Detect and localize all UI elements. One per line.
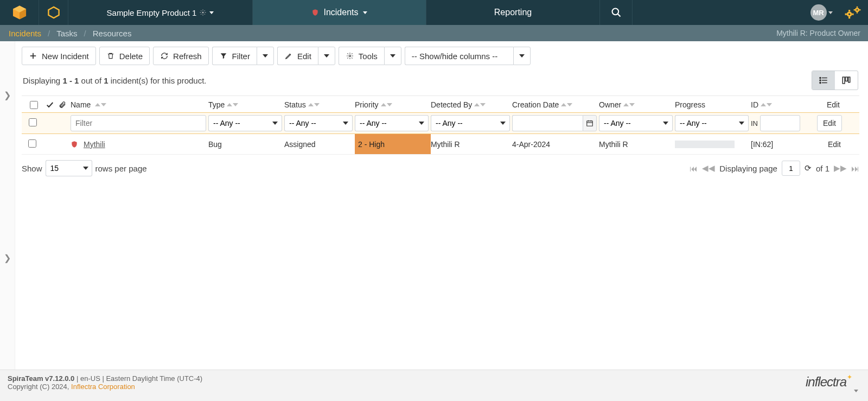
filter-select-checkbox[interactable] (29, 118, 37, 126)
board-view-button[interactable] (835, 71, 858, 90)
tab-resources[interactable]: Resources (90, 29, 135, 38)
workspace-icon[interactable] (39, 0, 68, 25)
svg-rect-28 (843, 77, 845, 84)
side-panel-handle[interactable]: ❯ ❯ (0, 41, 15, 370)
svg-rect-17 (854, 9, 855, 10)
chevron-down-icon[interactable] (496, 115, 510, 131)
tab-tasks[interactable]: Tasks (53, 29, 80, 38)
filter-owner-select[interactable] (599, 115, 659, 131)
cell-owner: Mythili R (599, 140, 675, 149)
chevron-down-icon[interactable] (415, 115, 429, 131)
app-logo[interactable] (0, 0, 39, 25)
col-priority[interactable]: Priority (355, 100, 379, 109)
svg-point-25 (820, 77, 821, 78)
chevron-down-icon[interactable] (269, 115, 282, 131)
new-incident-button[interactable]: New Incident (22, 47, 96, 65)
edit-dropdown[interactable] (318, 47, 335, 65)
svg-rect-16 (857, 12, 858, 13)
nav-reporting-label: Reporting (494, 8, 532, 17)
filter-apply-button[interactable]: Edit (817, 115, 842, 131)
shield-icon (71, 141, 78, 148)
view-toggle (812, 71, 858, 90)
row-edit-button[interactable]: Edit (814, 140, 844, 149)
cell-status: Assigned (284, 140, 355, 149)
attachment-icon (59, 100, 66, 109)
refresh-button[interactable]: Refresh (153, 47, 209, 65)
filter-name-input[interactable] (71, 115, 206, 131)
row-select-checkbox[interactable] (28, 139, 36, 148)
sort-icon[interactable] (308, 103, 320, 106)
prev-page-button[interactable]: ◀◀ (702, 163, 715, 173)
chevron-right-icon: ❯ (4, 90, 11, 100)
board-icon (841, 75, 851, 85)
col-name[interactable]: Name (71, 100, 91, 109)
col-detected-by[interactable]: Detected By (431, 100, 472, 109)
filter-progress-select[interactable] (675, 115, 735, 131)
user-role-label: Mythili R: Product Owner (776, 29, 863, 37)
svg-rect-9 (848, 10, 850, 11)
tools-dropdown[interactable] (384, 47, 401, 65)
sub-nav: Incidents / Tasks / Resources Mythili R:… (0, 25, 868, 41)
svg-rect-31 (587, 121, 593, 126)
avatar: MR (810, 4, 827, 21)
filter-type-select[interactable] (208, 115, 269, 131)
sort-icon[interactable] (381, 103, 392, 106)
svg-point-27 (820, 82, 821, 83)
tab-incidents[interactable]: Incidents (5, 29, 44, 38)
product-selector[interactable]: Sample Empty Product 1 (68, 0, 253, 25)
chevron-down-icon[interactable] (735, 115, 749, 131)
chevron-down-icon[interactable] (659, 115, 673, 131)
global-search[interactable] (600, 0, 633, 25)
col-creation-date[interactable]: Creation Date (512, 100, 559, 109)
page-number-input[interactable] (782, 161, 800, 176)
filter-button[interactable]: Filter (212, 47, 257, 65)
svg-marker-3 (48, 7, 59, 18)
last-page-button[interactable]: ⏭ (851, 164, 859, 173)
admin-settings[interactable] (838, 0, 868, 25)
table-row: Mythili Bug Assigned 2 - High Mythili R … (22, 134, 859, 155)
hex-solid-icon (12, 5, 27, 20)
col-status[interactable]: Status (284, 100, 306, 109)
chevron-down-icon[interactable] (80, 160, 92, 176)
col-id[interactable]: ID (751, 100, 758, 109)
filter-priority-select[interactable] (355, 115, 415, 131)
edit-button[interactable]: Edit (277, 47, 318, 65)
page-size-select[interactable] (46, 160, 80, 176)
tools-button-group: Tools (339, 47, 401, 65)
nav-incidents[interactable]: Incidents (253, 0, 426, 25)
refresh-page-button[interactable]: ⟳ (805, 163, 812, 173)
calendar-icon[interactable] (583, 115, 597, 131)
select-all-checkbox[interactable] (30, 101, 38, 109)
nav-reporting[interactable]: Reporting (426, 0, 600, 25)
sort-icon[interactable] (623, 103, 635, 106)
filter-id-input[interactable] (760, 115, 800, 131)
toolbar: New Incident Delete Refresh Filter Edit (22, 47, 859, 65)
filter-dropdown[interactable] (257, 47, 274, 65)
sort-icon[interactable] (761, 103, 772, 106)
sort-icon[interactable] (95, 103, 106, 106)
pencil-icon (284, 52, 293, 60)
columns-dropdown[interactable] (513, 47, 531, 65)
user-menu[interactable]: MR (805, 0, 838, 25)
filter-creation-date-input[interactable] (512, 115, 583, 131)
next-page-button[interactable]: ▶▶ (834, 163, 847, 173)
col-owner[interactable]: Owner (599, 100, 621, 109)
chevron-down-icon (263, 54, 268, 58)
filter-status-select[interactable] (284, 115, 339, 131)
svg-point-4 (202, 12, 204, 14)
incident-name-link[interactable]: Mythili (84, 140, 105, 149)
col-type[interactable]: Type (208, 100, 225, 109)
sort-icon[interactable] (474, 103, 486, 106)
tools-button[interactable]: Tools (339, 47, 384, 65)
delete-button[interactable]: Delete (99, 47, 150, 65)
filter-detected-by-select[interactable] (431, 115, 496, 131)
show-hide-columns[interactable]: -- Show/hide columns -- (405, 47, 513, 65)
list-view-button[interactable] (812, 71, 835, 90)
filter-button-group: Filter (212, 47, 274, 65)
sort-icon[interactable] (561, 103, 572, 106)
chevron-down-icon[interactable] (339, 115, 353, 131)
sort-icon[interactable] (227, 103, 238, 106)
first-page-button[interactable]: ⏮ (690, 164, 698, 173)
grid-header: Name Type Status Priority Detected By Cr… (22, 96, 859, 112)
product-name: Sample Empty Product 1 (107, 8, 197, 17)
